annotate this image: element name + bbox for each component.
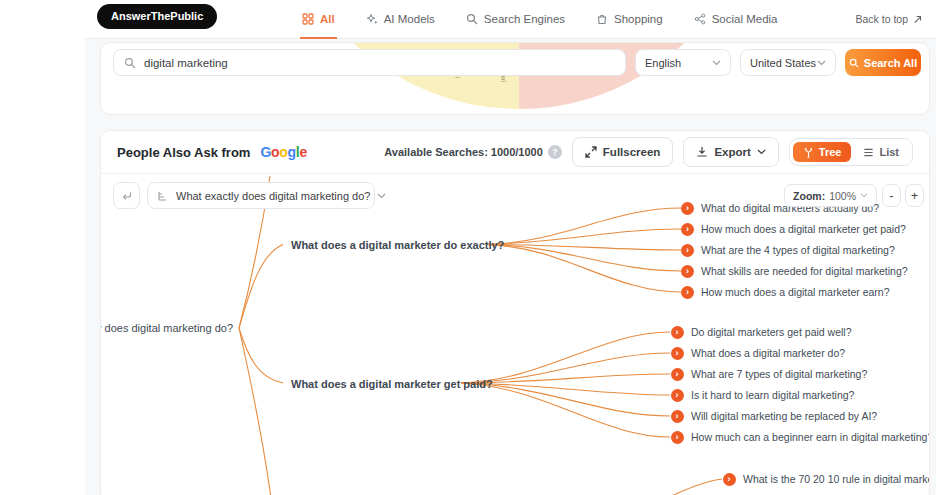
sparkles-icon: [366, 13, 378, 25]
tree-leaf-question[interactable]: Is it hard to learn digital marketing?: [691, 388, 854, 402]
expand-node-icon[interactable]: ›: [681, 223, 694, 236]
expand-node-icon[interactable]: ›: [671, 347, 684, 360]
zoom-label: Zoom:: [793, 190, 825, 202]
zoom-out-button[interactable]: -: [882, 184, 901, 207]
search-bar-row: digital marketing English United States …: [113, 49, 921, 76]
search-all-label: Search All: [864, 57, 917, 69]
tree-view-button[interactable]: Tree: [793, 142, 852, 162]
tab-all-label: All: [320, 13, 335, 25]
tree-view-label: Tree: [819, 146, 842, 158]
google-letter: e: [299, 144, 307, 160]
list-view-button[interactable]: List: [853, 142, 909, 162]
search-card: digital digital digital marketing Englis…: [100, 42, 930, 115]
hierarchy-icon: [157, 190, 169, 202]
search-all-button[interactable]: Search All: [845, 49, 921, 76]
fullscreen-icon: [585, 146, 597, 158]
tree-branch-question[interactable]: What does a digital marketer do exactly?: [291, 238, 504, 252]
google-logo: Google: [260, 144, 306, 160]
expand-node-icon[interactable]: ›: [681, 244, 694, 257]
tab-social-media[interactable]: Social Media: [692, 0, 780, 39]
tree-branch-question[interactable]: What does a digital marketer get paid?: [291, 377, 493, 391]
undo-arrow-icon: [121, 190, 133, 202]
expand-node-icon[interactable]: ›: [681, 286, 694, 299]
tree-leaf-question[interactable]: Do digital marketers get paid well?: [691, 325, 852, 339]
tree-leaf-question[interactable]: What are the 4 types of digital marketin…: [701, 243, 895, 257]
panel-header-controls: Available Searches: 1000/1000 ? Fullscre…: [384, 137, 913, 167]
top-navigation: AnswerThePublic All AI Models Search Eng…: [85, 0, 936, 39]
expand-node-icon[interactable]: ›: [681, 202, 694, 215]
expand-node-icon[interactable]: ›: [723, 473, 736, 486]
tree-leaf-question[interactable]: What are 7 types of digital marketing?: [691, 367, 867, 381]
chevron-down-icon: [712, 60, 721, 66]
available-searches: Available Searches: 1000/1000 ?: [384, 145, 562, 159]
tree-root-question[interactable]: tly does digital marketing do?: [100, 321, 233, 335]
tree-leaf-question[interactable]: What skills are needed for digital marke…: [701, 264, 908, 278]
search-icon: [849, 58, 859, 68]
view-toggle: Tree List: [789, 138, 913, 166]
help-icon[interactable]: ?: [548, 145, 562, 159]
people-also-ask-panel: People Also Ask from Google Available Se…: [100, 130, 930, 495]
question-select-dropdown[interactable]: What exactly does digital marketing do?: [147, 182, 375, 209]
language-value: English: [645, 57, 681, 69]
fullscreen-button[interactable]: Fullscreen: [572, 137, 674, 167]
tree-leaf-question[interactable]: How much can a beginner earn in digital …: [691, 430, 930, 444]
tree-leaf-question[interactable]: How much does a digital marketer earn?: [701, 285, 890, 299]
selected-question: What exactly does digital marketing do?: [176, 190, 370, 202]
fullscreen-label: Fullscreen: [603, 146, 661, 158]
reset-view-button[interactable]: [113, 182, 140, 209]
tab-search-engines[interactable]: Search Engines: [464, 0, 567, 39]
tab-search-engines-label: Search Engines: [484, 13, 565, 25]
shopping-bag-icon: [596, 13, 608, 25]
tab-all[interactable]: All: [300, 0, 337, 39]
channel-tabs: All AI Models Search Engines Shopping So…: [300, 0, 780, 39]
chevron-down-icon: [817, 60, 826, 66]
expand-node-icon[interactable]: ›: [671, 431, 684, 444]
share-icon: [694, 13, 706, 25]
country-select[interactable]: United States: [740, 49, 836, 76]
google-letter: G: [260, 144, 271, 160]
export-button[interactable]: Export: [683, 137, 778, 167]
available-searches-label: Available Searches: 1000/1000: [384, 146, 543, 158]
export-label: Export: [714, 146, 750, 158]
tree-leaf-question[interactable]: What does a digital marketer do?: [691, 346, 845, 360]
tree-leaf-question[interactable]: Will digital marketing be replaced by AI…: [691, 409, 877, 423]
language-select[interactable]: English: [635, 49, 731, 76]
tree-view-icon: [803, 147, 814, 158]
expand-node-icon[interactable]: ›: [671, 410, 684, 423]
answerthepublic-logo[interactable]: AnswerThePublic: [97, 4, 217, 29]
panel-header: People Also Ask from Google Available Se…: [101, 131, 929, 174]
expand-node-icon[interactable]: ›: [671, 368, 684, 381]
tab-shopping[interactable]: Shopping: [594, 0, 665, 39]
list-view-label: List: [879, 146, 899, 158]
back-to-top-link[interactable]: Back to top: [855, 13, 922, 25]
search-icon: [466, 13, 478, 25]
search-input[interactable]: digital marketing: [113, 49, 626, 76]
chevron-down-icon: [860, 193, 868, 198]
tab-shopping-label: Shopping: [614, 13, 663, 25]
arrow-up-right-icon: [913, 15, 922, 24]
google-letter: g: [288, 144, 296, 160]
tab-social-media-label: Social Media: [712, 13, 778, 25]
expand-node-icon[interactable]: ›: [681, 265, 694, 278]
tree-leaf-question[interactable]: How much does a digital marketer get pai…: [701, 222, 906, 236]
answerthepublic-page: AnswerThePublic All AI Models Search Eng…: [0, 0, 936, 495]
grid-icon: [302, 13, 314, 25]
chevron-down-icon: [377, 193, 386, 199]
tree-leaf-question[interactable]: What is the 70 20 10 rule in digital mar…: [743, 472, 930, 486]
panel-title: People Also Ask from: [117, 145, 250, 160]
tab-ai-models[interactable]: AI Models: [364, 0, 437, 39]
expand-node-icon[interactable]: ›: [671, 389, 684, 402]
chevron-down-icon: [757, 149, 766, 155]
back-to-top-label: Back to top: [855, 13, 908, 25]
tab-ai-models-label: AI Models: [384, 13, 435, 25]
zoom-value: 100%: [829, 190, 856, 202]
google-letter: o: [279, 144, 287, 160]
download-icon: [696, 146, 708, 158]
zoom-in-button[interactable]: +: [905, 184, 924, 207]
list-view-icon: [863, 147, 874, 158]
zoom-level-dropdown[interactable]: Zoom: 100%: [784, 184, 877, 207]
expand-node-icon[interactable]: ›: [671, 326, 684, 339]
country-value: United States: [750, 57, 816, 69]
search-query-value: digital marketing: [144, 57, 228, 69]
search-icon: [124, 57, 136, 69]
